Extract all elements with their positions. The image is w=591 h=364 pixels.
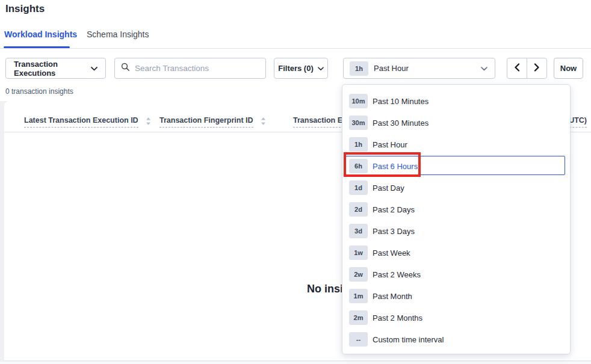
time-option-past-30-minutes[interactable]: 30m Past 30 Minutes	[342, 112, 570, 134]
time-option-badge: 2w	[349, 267, 368, 282]
time-option-past-2-days[interactable]: 2d Past 2 Days	[342, 199, 570, 220]
time-interval-dropdown-menu: 10m Past 10 Minutes 30m Past 30 Minutes …	[342, 84, 571, 354]
time-option-badge: 3d	[349, 224, 368, 238]
time-option-badge: 2d	[349, 202, 368, 217]
chevron-down-icon	[481, 64, 487, 73]
chevron-down-icon	[318, 64, 324, 73]
time-option-label: Custom time interval	[373, 335, 444, 344]
time-option-badge: --	[349, 332, 368, 347]
time-option-past-day[interactable]: 1d Past Day	[342, 177, 570, 199]
chevron-down-icon	[91, 64, 97, 73]
chevron-right-icon	[534, 63, 540, 74]
page-title: Insights	[5, 3, 45, 15]
column-header-label[interactable]: Transaction Fingerprint ID	[159, 116, 253, 128]
time-interval-selector[interactable]: 1h Past Hour	[343, 58, 495, 79]
time-option-past-3-days[interactable]: 3d Past 3 Days	[342, 220, 570, 242]
time-option-past-6-hours[interactable]: 6h Past 6 Hours	[342, 155, 570, 177]
time-option-label: Past 30 Minutes	[373, 119, 429, 128]
column-header-transaction-fingerprint-id[interactable]: Transaction Fingerprint ID	[159, 116, 266, 128]
time-option-label: Past Day	[373, 184, 404, 193]
time-option-label: Past 3 Days	[373, 227, 415, 236]
filters-button[interactable]: Filters (0)	[274, 58, 328, 79]
time-interval-badge: 1h	[350, 61, 368, 76]
tabs-divider	[0, 48, 591, 49]
next-interval-button[interactable]	[527, 58, 547, 79]
time-option-badge: 30m	[349, 116, 368, 130]
tab-workload-insights[interactable]: Workload Insights	[4, 29, 77, 39]
time-option-badge: 1h	[349, 137, 368, 152]
time-option-badge: 1m	[349, 289, 368, 303]
time-option-badge: 1w	[349, 245, 368, 260]
time-option-past-month[interactable]: 1m Past Month	[342, 285, 570, 307]
time-option-label: Past 6 Hours	[373, 162, 418, 171]
sort-icon[interactable]	[261, 117, 266, 128]
time-option-badge: 6h	[349, 159, 368, 173]
time-interval-label: Past Hour	[374, 64, 481, 73]
time-option-badge: 2m	[349, 310, 368, 325]
page-bottom-edge	[0, 362, 591, 364]
time-option-label: Past Week	[373, 248, 410, 258]
now-label: Now	[560, 64, 577, 73]
time-option-past-week[interactable]: 1w Past Week	[342, 242, 570, 264]
insights-count: 0 transaction insights	[5, 87, 73, 96]
sort-icon[interactable]	[146, 117, 151, 128]
column-header-latest-transaction-execution-id[interactable]: Latest Transaction Execution ID	[24, 116, 151, 128]
time-option-past-hour[interactable]: 1h Past Hour	[342, 134, 570, 155]
filters-label: Filters (0)	[278, 64, 314, 73]
time-option-past-2-months[interactable]: 2m Past 2 Months	[342, 307, 570, 329]
tab-schema-insights[interactable]: Schema Insights	[87, 29, 149, 39]
time-range-arrows	[507, 58, 547, 79]
time-option-label: Past 2 Days	[373, 205, 415, 214]
workload-type-label: Transaction Executions	[14, 60, 91, 78]
search-box[interactable]	[114, 58, 266, 79]
column-header-label[interactable]: Transaction Ex	[293, 116, 347, 128]
time-option-label: Past 10 Minutes	[373, 97, 429, 106]
time-option-label: Past Hour	[373, 140, 407, 149]
time-option-badge: 10m	[349, 94, 368, 108]
previous-interval-button[interactable]	[507, 58, 527, 79]
time-option-past-10-minutes[interactable]: 10m Past 10 Minutes	[342, 90, 570, 112]
search-input[interactable]	[135, 64, 259, 73]
column-header-transaction-execution[interactable]: Transaction Ex	[293, 116, 347, 128]
time-option-label: Past Month	[373, 292, 412, 301]
time-option-badge: 1d	[349, 180, 368, 195]
chevron-left-icon	[514, 63, 520, 74]
workload-type-dropdown-button[interactable]: Transaction Executions	[5, 58, 106, 79]
time-option-past-2-weeks[interactable]: 2w Past 2 Weeks	[342, 264, 570, 285]
time-option-label: Past 2 Months	[373, 313, 422, 322]
now-button[interactable]: Now	[554, 58, 583, 79]
time-option-custom-interval[interactable]: -- Custom time interval	[342, 329, 570, 350]
search-icon	[121, 63, 130, 74]
time-option-label: Past 2 Weeks	[373, 270, 421, 279]
column-header-label[interactable]: Latest Transaction Execution ID	[24, 116, 138, 128]
